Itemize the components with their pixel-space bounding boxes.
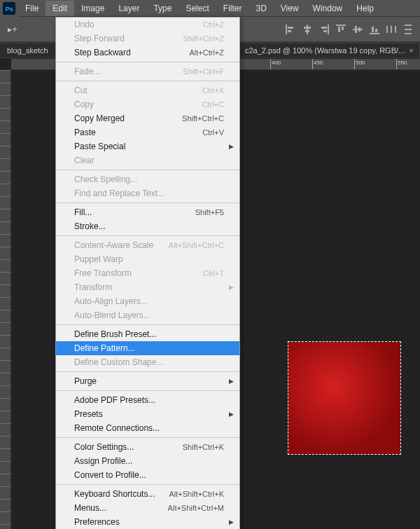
menu-item-label: Keyboard Shortcuts... — [74, 489, 155, 499]
menu-3d[interactable]: 3D — [248, 1, 273, 16]
menu-item-menus[interactable]: Menus...Alt+Shift+Ctrl+M — [56, 501, 239, 515]
ruler-tick-label: 550 — [398, 60, 407, 66]
svg-rect-19 — [375, 29, 377, 32]
svg-rect-20 — [386, 26, 388, 33]
menu-item-label: Define Brush Preset... — [74, 329, 156, 339]
svg-rect-21 — [391, 26, 392, 33]
menu-item-convert-to-profile[interactable]: Convert to Profile... — [56, 468, 239, 482]
menu-item-transform: Transform▶ — [56, 280, 239, 294]
svg-rect-11 — [336, 25, 346, 26]
menu-item-label: Content-Aware Scale — [74, 240, 153, 250]
svg-rect-2 — [286, 25, 287, 34]
align-center-h-icon[interactable] — [300, 22, 315, 37]
menu-item-label: Copy Merged — [74, 114, 125, 123]
menu-item-assign-profile[interactable]: Assign Profile... — [56, 454, 239, 468]
menu-item-label: Find and Replace Text... — [74, 188, 164, 198]
menu-item-step-backward[interactable]: Step BackwardAlt+Ctrl+Z — [56, 46, 239, 60]
menu-item-label: Step Forward — [74, 34, 125, 43]
menu-help[interactable]: Help — [349, 1, 381, 16]
svg-rect-22 — [395, 26, 396, 33]
menu-layer[interactable]: Layer — [111, 1, 146, 16]
menu-item-paste[interactable]: PasteCtrl+V — [56, 125, 239, 139]
menu-item-stroke[interactable]: Stroke... — [56, 219, 239, 233]
align-right-icon[interactable] — [316, 22, 332, 37]
menu-item-shortcut: Alt+Ctrl+Z — [189, 48, 224, 57]
move-tool-icon[interactable]: ▸+ — [4, 21, 21, 38]
menu-view[interactable]: View — [274, 1, 306, 16]
svg-rect-5 — [307, 25, 308, 34]
distribute-h-icon[interactable] — [384, 22, 399, 37]
menu-item-shortcut: Ctrl+T — [203, 269, 224, 277]
ruler-tick-label: 500 — [356, 60, 365, 66]
menu-item-color-settings[interactable]: Color Settings...Shift+Ctrl+K — [56, 440, 239, 454]
align-top-icon[interactable] — [333, 22, 349, 37]
menu-separator — [56, 390, 239, 391]
menu-separator — [56, 437, 239, 438]
menu-item-shortcut: Shift+Ctrl+F — [183, 67, 224, 76]
menu-item-keyboard-shortcuts[interactable]: Keyboard Shortcuts...Alt+Shift+Ctrl+K — [56, 487, 239, 501]
menu-filter[interactable]: Filter — [216, 1, 249, 16]
submenu-arrow-icon: ▶ — [229, 378, 234, 385]
menu-item-undo: UndoCtrl+Z — [56, 18, 239, 32]
menu-item-label: Remote Connections... — [74, 423, 160, 433]
menu-item-preferences[interactable]: Preferences▶ — [56, 515, 239, 529]
menu-item-fill[interactable]: Fill...Shift+F5 — [56, 205, 239, 219]
menu-item-shortcut: Shift+Ctrl+C — [182, 114, 224, 123]
ruler-tick-label: 400 — [272, 60, 281, 66]
menu-item-define-brush-preset[interactable]: Define Brush Preset... — [56, 327, 239, 341]
menu-item-presets[interactable]: Presets▶ — [56, 407, 239, 421]
align-center-v-icon[interactable] — [350, 22, 365, 37]
menu-item-label: Purge — [74, 376, 97, 386]
menu-separator — [56, 81, 239, 81]
menu-item-clear: Clear — [56, 153, 239, 167]
menu-file[interactable]: File — [18, 1, 46, 16]
menu-item-label: Paste Special — [74, 142, 125, 151]
menu-item-paste-special[interactable]: Paste Special▶ — [56, 139, 239, 153]
menu-item-shortcut: Shift+Ctrl+Z — [183, 34, 224, 43]
menu-separator — [56, 202, 239, 203]
menu-item-purge[interactable]: Purge▶ — [56, 374, 239, 388]
submenu-arrow-icon: ▶ — [229, 284, 234, 291]
menu-item-label: Stroke... — [74, 221, 106, 231]
menu-item-free-transform: Free TransformCtrl+T — [56, 266, 239, 280]
menu-item-label: Define Pattern... — [74, 343, 135, 353]
submenu-arrow-icon: ▶ — [229, 143, 234, 150]
svg-text:Ps: Ps — [6, 5, 13, 12]
menu-select[interactable]: Select — [178, 1, 216, 16]
menu-item-shortcut: Alt+Shift+Ctrl+C — [169, 241, 224, 249]
tab-label: c2a_2.psd @ 100% (Warstwa 19 copy, RGB/.… — [245, 46, 405, 55]
svg-rect-24 — [405, 29, 412, 30]
menu-item-content-aware-scale: Content-Aware ScaleAlt+Shift+Ctrl+C — [56, 238, 239, 252]
menu-item-shortcut: Shift+F5 — [195, 208, 224, 217]
edit-menu-dropdown: UndoCtrl+ZStep ForwardShift+Ctrl+ZStep B… — [55, 17, 240, 529]
menu-item-label: Clear — [74, 156, 94, 165]
menu-item-define-pattern[interactable]: Define Pattern... — [56, 341, 239, 355]
menu-item-auto-align-layers: Auto-Align Layers... — [56, 294, 239, 308]
document-tab[interactable]: c2a_2.psd @ 100% (Warstwa 19 copy, RGB/.… — [238, 43, 420, 57]
menu-edit[interactable]: Edit — [46, 1, 74, 16]
menu-item-label: Free Transform — [74, 268, 132, 278]
align-buttons — [283, 22, 416, 37]
menu-item-label: Copy — [74, 99, 94, 109]
menu-window[interactable]: Window — [306, 1, 350, 16]
texture-selection[interactable] — [288, 342, 400, 454]
svg-rect-3 — [288, 27, 293, 29]
close-icon[interactable]: × — [409, 46, 413, 55]
align-left-icon[interactable] — [283, 22, 298, 37]
menu-item-label: Adobe PDF Presets... — [74, 395, 155, 405]
menu-item-label: Color Settings... — [74, 442, 134, 452]
document-tab[interactable]: blog_sketch — [0, 43, 56, 57]
menu-image[interactable]: Image — [74, 1, 111, 16]
menu-item-copy-merged[interactable]: Copy MergedShift+Ctrl+C — [56, 111, 239, 125]
menu-item-adobe-pdf-presets[interactable]: Adobe PDF Presets... — [56, 393, 239, 407]
align-bottom-icon[interactable] — [367, 22, 382, 37]
menu-item-remote-connections[interactable]: Remote Connections... — [56, 421, 239, 435]
distribute-v-icon[interactable] — [400, 22, 416, 37]
menu-item-label: Menus... — [74, 503, 106, 513]
menu-separator — [56, 235, 239, 236]
submenu-arrow-icon: ▶ — [229, 518, 234, 525]
menu-type[interactable]: Type — [146, 1, 178, 16]
menu-item-label: Puppet Warp — [74, 254, 123, 264]
svg-rect-14 — [353, 29, 363, 30]
menu-separator — [56, 484, 239, 485]
